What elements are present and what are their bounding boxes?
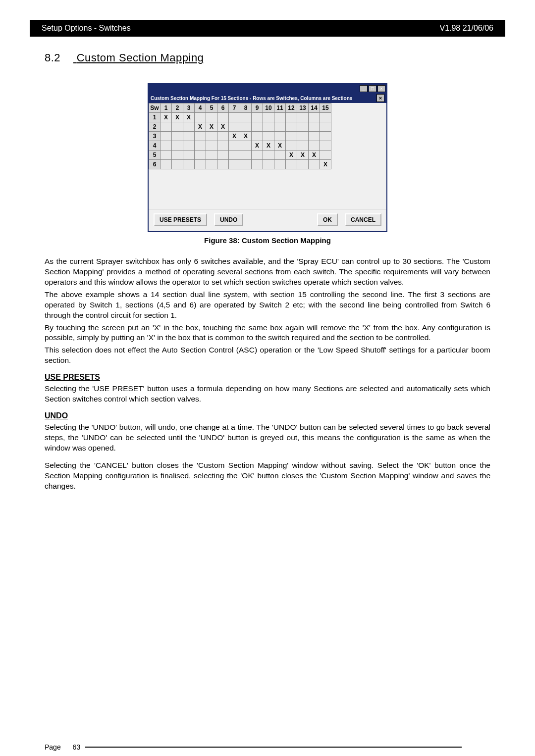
- mapping-cell[interactable]: [240, 141, 252, 151]
- mapping-cell[interactable]: [320, 113, 331, 122]
- mapping-cell[interactable]: [297, 122, 309, 132]
- mapping-cell[interactable]: [309, 141, 320, 151]
- cancel-button[interactable]: CANCEL: [345, 213, 381, 226]
- mapping-cell[interactable]: [274, 151, 286, 160]
- mapping-cell[interactable]: [263, 151, 274, 160]
- dialog-close-icon[interactable]: ×: [376, 94, 384, 102]
- mapping-cell[interactable]: [320, 132, 331, 141]
- mapping-cell[interactable]: [183, 151, 195, 160]
- mapping-cell[interactable]: [263, 160, 274, 169]
- mapping-cell[interactable]: [297, 113, 309, 122]
- mapping-cell[interactable]: [297, 141, 309, 151]
- mapping-cell[interactable]: [195, 132, 206, 141]
- mapping-cell[interactable]: [320, 141, 331, 151]
- maximize-icon[interactable]: □: [369, 85, 376, 92]
- mapping-cell[interactable]: [183, 141, 195, 151]
- mapping-cell[interactable]: X: [183, 113, 195, 122]
- mapping-cell[interactable]: [252, 122, 263, 132]
- mapping-cell[interactable]: [274, 160, 286, 169]
- mapping-cell[interactable]: [172, 141, 183, 151]
- mapping-cell[interactable]: [229, 141, 240, 151]
- mapping-cell[interactable]: X: [297, 151, 309, 160]
- mapping-cell[interactable]: X: [252, 141, 263, 151]
- mapping-cell[interactable]: [229, 113, 240, 122]
- mapping-cell[interactable]: [217, 113, 229, 122]
- mapping-cell[interactable]: [206, 141, 217, 151]
- mapping-cell[interactable]: [183, 122, 195, 132]
- mapping-cell[interactable]: [263, 132, 274, 141]
- mapping-cell[interactable]: X: [309, 151, 320, 160]
- mapping-cell[interactable]: [240, 122, 252, 132]
- mapping-cell[interactable]: [172, 122, 183, 132]
- mapping-cell[interactable]: X: [206, 122, 217, 132]
- mapping-cell[interactable]: [286, 132, 297, 141]
- mapping-cell[interactable]: [206, 113, 217, 122]
- mapping-cell[interactable]: [172, 160, 183, 169]
- mapping-cell[interactable]: X: [229, 132, 240, 141]
- mapping-cell[interactable]: [217, 160, 229, 169]
- mapping-cell[interactable]: [274, 132, 286, 141]
- mapping-cell[interactable]: [183, 132, 195, 141]
- mapping-cell[interactable]: [206, 132, 217, 141]
- mapping-cell[interactable]: [240, 151, 252, 160]
- mapping-cell[interactable]: [183, 160, 195, 169]
- mapping-cell[interactable]: X: [320, 160, 331, 169]
- mapping-cell[interactable]: [217, 151, 229, 160]
- mapping-cell[interactable]: [252, 160, 263, 169]
- ok-button[interactable]: OK: [317, 213, 338, 226]
- mapping-cell[interactable]: [195, 141, 206, 151]
- close-icon[interactable]: ×: [377, 85, 385, 92]
- mapping-cell[interactable]: [309, 160, 320, 169]
- mapping-cell[interactable]: [172, 151, 183, 160]
- mapping-cell[interactable]: [160, 151, 172, 160]
- mapping-cell[interactable]: [195, 160, 206, 169]
- mapping-cell[interactable]: X: [195, 122, 206, 132]
- mapping-cell[interactable]: [252, 151, 263, 160]
- mapping-cell[interactable]: [160, 132, 172, 141]
- mapping-cell[interactable]: [229, 160, 240, 169]
- mapping-cell[interactable]: [263, 113, 274, 122]
- mapping-cell[interactable]: X: [286, 151, 297, 160]
- mapping-cell[interactable]: X: [217, 122, 229, 132]
- mapping-cell[interactable]: [195, 113, 206, 122]
- mapping-cell[interactable]: [240, 160, 252, 169]
- mapping-cell[interactable]: [229, 151, 240, 160]
- mapping-cell[interactable]: [252, 132, 263, 141]
- mapping-cell[interactable]: X: [160, 113, 172, 122]
- mapping-cell[interactable]: [160, 122, 172, 132]
- mapping-cell[interactable]: [160, 160, 172, 169]
- mapping-cell[interactable]: [160, 141, 172, 151]
- use-presets-button[interactable]: USE PRESETS: [154, 213, 207, 226]
- mapping-cell[interactable]: [297, 160, 309, 169]
- mapping-cell[interactable]: [263, 122, 274, 132]
- mapping-cell[interactable]: [320, 122, 331, 132]
- mapping-cell[interactable]: [309, 113, 320, 122]
- mapping-cell[interactable]: X: [274, 141, 286, 151]
- mapping-cell[interactable]: [229, 122, 240, 132]
- mapping-cell[interactable]: [286, 113, 297, 122]
- table-row: 6X: [149, 160, 331, 169]
- mapping-cell[interactable]: [297, 132, 309, 141]
- mapping-cell[interactable]: X: [263, 141, 274, 151]
- mapping-cell[interactable]: [286, 141, 297, 151]
- mapping-cell[interactable]: [217, 141, 229, 151]
- mapping-cell[interactable]: [286, 160, 297, 169]
- mapping-cell[interactable]: [309, 132, 320, 141]
- mapping-cell[interactable]: [217, 132, 229, 141]
- mapping-cell[interactable]: [320, 151, 331, 160]
- mapping-cell[interactable]: [252, 113, 263, 122]
- mapping-cell[interactable]: X: [240, 132, 252, 141]
- mapping-cell[interactable]: [286, 122, 297, 132]
- mapping-cell[interactable]: [206, 160, 217, 169]
- mapping-cell[interactable]: [309, 122, 320, 132]
- mapping-cell[interactable]: [172, 132, 183, 141]
- table-row: 4XXX: [149, 141, 331, 151]
- minimize-icon[interactable]: _: [360, 85, 368, 92]
- mapping-cell[interactable]: [195, 151, 206, 160]
- mapping-cell[interactable]: [274, 113, 286, 122]
- mapping-cell[interactable]: X: [172, 113, 183, 122]
- undo-button[interactable]: UNDO: [214, 213, 243, 226]
- mapping-cell[interactable]: [240, 113, 252, 122]
- mapping-cell[interactable]: [206, 151, 217, 160]
- mapping-cell[interactable]: [274, 122, 286, 132]
